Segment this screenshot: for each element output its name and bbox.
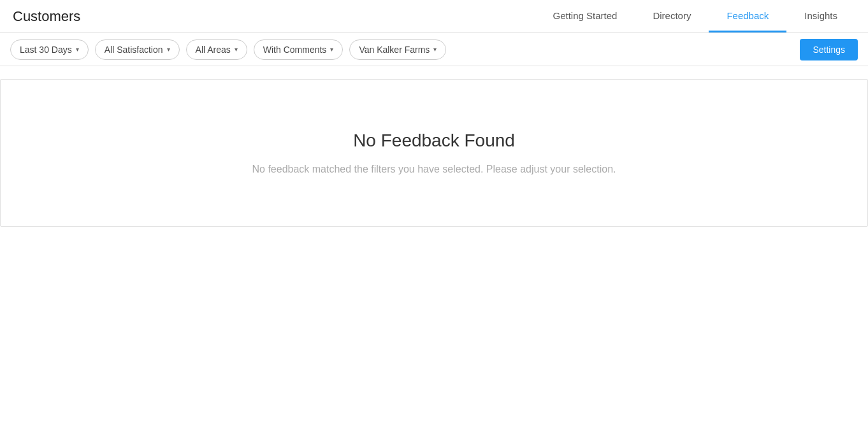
main-nav: Getting Started Directory Feedback Insig… bbox=[535, 0, 856, 32]
header: Customers Getting Started Directory Feed… bbox=[0, 0, 868, 33]
date-range-label: Last 30 Days bbox=[20, 45, 72, 55]
empty-state: No Feedback Found No feedback matched th… bbox=[1, 80, 867, 226]
location-filter[interactable]: Van Kalker Farms ▾ bbox=[349, 39, 446, 60]
date-range-chevron: ▾ bbox=[76, 46, 79, 53]
date-range-filter[interactable]: Last 30 Days ▾ bbox=[10, 39, 89, 60]
satisfaction-label: All Satisfaction bbox=[105, 45, 163, 55]
filter-bar: Last 30 Days ▾ All Satisfaction ▾ All Ar… bbox=[0, 33, 868, 66]
nav-item-insights[interactable]: Insights bbox=[786, 0, 855, 32]
comments-filter[interactable]: With Comments ▾ bbox=[254, 39, 344, 60]
location-chevron: ▾ bbox=[433, 46, 437, 53]
header-left: Customers bbox=[13, 8, 80, 25]
comments-label: With Comments bbox=[263, 45, 327, 55]
comments-chevron: ▾ bbox=[330, 46, 333, 53]
settings-button[interactable]: Settings bbox=[800, 39, 858, 60]
main-content: No Feedback Found No feedback matched th… bbox=[0, 79, 868, 227]
satisfaction-filter[interactable]: All Satisfaction ▾ bbox=[95, 39, 180, 60]
empty-state-title: No Feedback Found bbox=[353, 131, 515, 151]
nav-item-getting-started[interactable]: Getting Started bbox=[535, 0, 635, 32]
areas-filter[interactable]: All Areas ▾ bbox=[186, 39, 247, 60]
nav-item-feedback[interactable]: Feedback bbox=[709, 0, 786, 32]
nav-item-directory[interactable]: Directory bbox=[635, 0, 709, 32]
location-label: Van Kalker Farms bbox=[359, 45, 430, 55]
areas-chevron: ▾ bbox=[235, 46, 238, 53]
empty-state-subtitle: No feedback matched the filters you have… bbox=[252, 164, 616, 175]
areas-label: All Areas bbox=[196, 45, 231, 55]
feedback-results-container: No Feedback Found No feedback matched th… bbox=[0, 79, 868, 227]
satisfaction-chevron: ▾ bbox=[167, 46, 170, 53]
app-logo: Customers bbox=[13, 8, 80, 25]
